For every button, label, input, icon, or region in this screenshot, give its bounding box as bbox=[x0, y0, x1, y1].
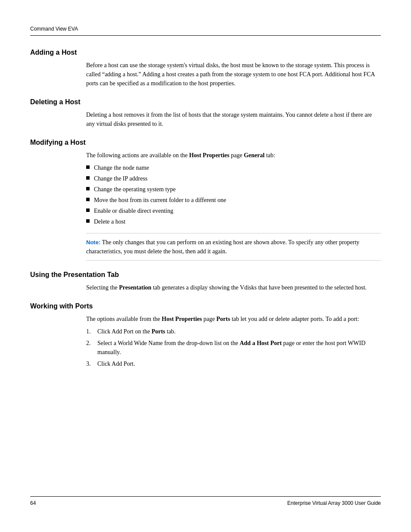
ordered-num-3: 3. bbox=[86, 359, 95, 368]
section-working-with-ports: Working with Ports The options available… bbox=[30, 302, 381, 368]
modifying-intro-bold1: Host Properties bbox=[189, 152, 229, 159]
ports-ordered-list: 1. Click Add Port on the Ports tab. 2. S… bbox=[86, 327, 381, 368]
ordered-list-item-1: 1. Click Add Port on the Ports tab. bbox=[86, 327, 381, 336]
ordered-list-item-2: 2. Select a World Wide Name from the dro… bbox=[86, 339, 381, 357]
ports-intro-text: The options available from the Host Prop… bbox=[86, 314, 381, 324]
bullet-icon bbox=[86, 165, 90, 169]
section-body-working-with-ports: The options available from the Host Prop… bbox=[86, 314, 381, 368]
page-footer: 64 Enterprise Virtual Array 3000 User Gu… bbox=[30, 496, 381, 506]
bullet-icon bbox=[86, 219, 90, 223]
note-label: Note: bbox=[86, 239, 100, 246]
note-text: The only changes that you can perform on… bbox=[86, 239, 359, 255]
bullet-icon bbox=[86, 198, 90, 201]
ordered-list-item-3: 3. Click Add Port. bbox=[86, 359, 381, 368]
content-area: Adding a Host Before a host can use the … bbox=[30, 49, 381, 483]
modifying-intro-text-before: The following actions are available on t… bbox=[86, 152, 188, 159]
bullet-icon bbox=[86, 176, 90, 180]
presentation-intro-bold1: Presentation bbox=[119, 284, 151, 291]
presentation-intro-end: tab generates a display showing the Vdis… bbox=[151, 284, 367, 291]
section-heading-working-with-ports: Working with Ports bbox=[30, 302, 381, 310]
ordered-text-3: Click Add Port. bbox=[97, 359, 135, 368]
section-body-presentation-tab: Selecting the Presentation tab generates… bbox=[86, 283, 381, 292]
section-heading-presentation-tab: Using the Presentation Tab bbox=[30, 271, 381, 279]
ports-intro-before: The options available from the bbox=[86, 316, 160, 322]
ordered-text-2: Select a World Wide Name from the drop-d… bbox=[97, 339, 381, 357]
ports-intro-mid: page bbox=[202, 316, 215, 322]
ordered-text-1: Click Add Port on the Ports tab. bbox=[97, 327, 176, 336]
bullet-item: Delete a host bbox=[86, 217, 381, 226]
ordered-num-1: 1. bbox=[86, 327, 95, 336]
presentation-intro-before: Selecting the bbox=[86, 284, 118, 291]
section-body-adding-a-host: Before a host can use the storage system… bbox=[86, 61, 381, 88]
bullet-text: Change the operating system type bbox=[94, 185, 176, 194]
adding-a-host-text: Before a host can use the storage system… bbox=[86, 61, 381, 88]
modifying-bullets: Change the node name Change the IP addre… bbox=[86, 163, 381, 226]
bullet-text: Change the IP address bbox=[94, 174, 147, 183]
section-deleting-a-host: Deleting a Host Deleting a host removes … bbox=[30, 98, 381, 128]
bullet-item: Change the IP address bbox=[86, 174, 381, 183]
deleting-a-host-text: Deleting a host removes it from the list… bbox=[86, 110, 381, 128]
bullet-text: Change the node name bbox=[94, 163, 149, 172]
bullet-item: Change the node name bbox=[86, 163, 381, 172]
presentation-intro-text: Selecting the Presentation tab generates… bbox=[86, 283, 381, 292]
ports-intro-bold2: Ports bbox=[216, 316, 230, 322]
footer-doc-title: Enterprise Virtual Array 3000 User Guide bbox=[287, 500, 381, 506]
bullet-text: Move the host from its current folder to… bbox=[94, 196, 226, 205]
bullet-icon bbox=[86, 208, 90, 212]
modifying-intro-bold2: General bbox=[244, 152, 265, 159]
modifying-intro-mid: page bbox=[230, 152, 243, 159]
section-heading-deleting-a-host: Deleting a Host bbox=[30, 98, 381, 106]
modifying-note-box: Note: The only changes that you can perf… bbox=[86, 233, 381, 261]
page-container: Command View EVA Adding a Host Before a … bbox=[0, 0, 411, 532]
section-heading-adding-a-host: Adding a Host bbox=[30, 49, 381, 56]
modifying-intro-end: tab: bbox=[265, 152, 275, 159]
ports-intro-bold1: Host Properties bbox=[162, 316, 202, 322]
footer-page-number: 64 bbox=[30, 500, 36, 506]
header-title: Command View EVA bbox=[30, 26, 78, 32]
bullet-icon bbox=[86, 187, 90, 190]
page-header: Command View EVA bbox=[30, 26, 381, 36]
bullet-text: Delete a host bbox=[94, 217, 125, 226]
ordered-num-2: 2. bbox=[86, 339, 95, 348]
section-presentation-tab: Using the Presentation Tab Selecting the… bbox=[30, 271, 381, 292]
ports-intro-end: tab let you add or delete adapter ports.… bbox=[230, 316, 359, 322]
bullet-text: Enable or disable direct eventing bbox=[94, 206, 173, 215]
bullet-item: Enable or disable direct eventing bbox=[86, 206, 381, 215]
section-modifying-a-host: Modifying a Host The following actions a… bbox=[30, 139, 381, 261]
section-heading-modifying-a-host: Modifying a Host bbox=[30, 139, 381, 146]
bullet-item: Move the host from its current folder to… bbox=[86, 196, 381, 205]
bullet-item: Change the operating system type bbox=[86, 185, 381, 194]
modifying-intro-text: The following actions are available on t… bbox=[86, 151, 381, 160]
section-adding-a-host: Adding a Host Before a host can use the … bbox=[30, 49, 381, 88]
section-body-deleting-a-host: Deleting a host removes it from the list… bbox=[86, 110, 381, 128]
section-body-modifying-a-host: The following actions are available on t… bbox=[86, 151, 381, 261]
